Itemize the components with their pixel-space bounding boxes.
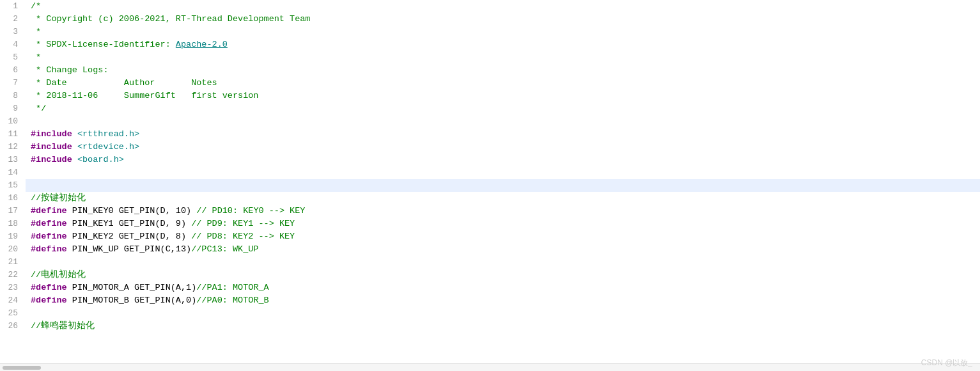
- line-number: 21: [0, 256, 26, 269]
- code-token: #define: [31, 244, 67, 254]
- code-line: 22//电机初始化: [0, 269, 980, 281]
- code-line: 16//按键初始化: [0, 192, 980, 205]
- code-line: 26//蜂鸣器初始化: [0, 320, 980, 333]
- code-token: #include: [31, 142, 72, 152]
- code-token: // PD10: KEY0 --> KEY: [196, 206, 305, 216]
- code-token: #define: [31, 206, 67, 216]
- code-line: 4 * SPDX-License-Identifier: Apache-2.0: [0, 38, 980, 51]
- line-content: * Date Author Notes: [26, 77, 980, 90]
- code-token: <rtthread.h>: [77, 129, 139, 139]
- code-token: //按键初始化: [31, 193, 86, 203]
- code-token: * SPDX-License-Identifier:: [31, 40, 176, 49]
- code-token: #define: [31, 232, 67, 241]
- code-line: 8 * 2018-11-06 SummerGift first version: [0, 90, 980, 102]
- code-token: // PD8: KEY2 --> KEY: [191, 232, 295, 241]
- line-content: [26, 115, 980, 128]
- line-content: #define PIN_MOTOR_B GET_PIN(A,0)//PA0: M…: [26, 294, 980, 307]
- code-line: 21: [0, 256, 980, 269]
- code-line: 13#include <board.h>: [0, 154, 980, 166]
- line-content: #define PIN_WK_UP GET_PIN(C,13)//PC13: W…: [26, 243, 980, 256]
- code-line: 14: [0, 166, 980, 179]
- line-content: /*: [26, 0, 980, 13]
- code-line: 24#define PIN_MOTOR_B GET_PIN(A,0)//PA0:…: [0, 294, 980, 307]
- code-token: #include: [31, 129, 72, 139]
- code-token: *: [31, 52, 41, 62]
- code-token: #define: [31, 283, 67, 292]
- code-token: PIN_WK_UP GET_PIN(C,13): [67, 244, 191, 254]
- code-line: 9 */: [0, 102, 980, 115]
- line-number: 8: [0, 90, 26, 102]
- line-number: 17: [0, 205, 26, 217]
- horizontal-scrollbar[interactable]: [0, 363, 980, 371]
- line-number: 3: [0, 26, 26, 38]
- code-token: * Copyright (c) 2006-2021, RT-Thread Dev…: [31, 14, 310, 24]
- line-content: [26, 307, 980, 320]
- line-content: [26, 256, 980, 269]
- code-token: //电机初始化: [31, 270, 86, 280]
- line-content: */: [26, 102, 980, 115]
- code-token: *: [31, 27, 41, 36]
- line-number: 6: [0, 64, 26, 77]
- line-number: 12: [0, 141, 26, 154]
- line-content: * SPDX-License-Identifier: Apache-2.0: [26, 38, 980, 51]
- line-number: 9: [0, 102, 26, 115]
- line-number: 25: [0, 307, 26, 320]
- code-token: * Date Author Notes: [31, 78, 217, 88]
- code-token: // PD9: KEY1 --> KEY: [191, 219, 295, 228]
- line-content: #define PIN_MOTOR_A GET_PIN(A,1)//PA1: M…: [26, 281, 980, 294]
- line-content: #include <rtthread.h>: [26, 128, 980, 141]
- code-token: //PC13: WK_UP: [191, 244, 258, 254]
- line-content: //电机初始化: [26, 269, 980, 281]
- line-content: [26, 166, 980, 179]
- line-number: 11: [0, 128, 26, 141]
- line-content: * 2018-11-06 SummerGift first version: [26, 90, 980, 102]
- code-lines: 1/*2 * Copyright (c) 2006-2021, RT-Threa…: [0, 0, 980, 363]
- code-token: //蜂鸣器初始化: [31, 321, 95, 331]
- code-line: 18#define PIN_KEY1 GET_PIN(D, 9) // PD9:…: [0, 217, 980, 230]
- code-line: 2 * Copyright (c) 2006-2021, RT-Thread D…: [0, 13, 980, 26]
- line-number: 19: [0, 230, 26, 243]
- code-token: [72, 142, 77, 152]
- code-line: 20#define PIN_WK_UP GET_PIN(C,13)//PC13:…: [0, 243, 980, 256]
- code-token: Apache-2.0: [176, 40, 228, 49]
- code-token: [72, 155, 77, 164]
- line-number: 7: [0, 77, 26, 90]
- code-token: #include: [31, 155, 72, 164]
- line-content: #define PIN_KEY2 GET_PIN(D, 8) // PD8: K…: [26, 230, 980, 243]
- code-token: * Change Logs:: [31, 65, 109, 75]
- line-content: [26, 179, 980, 192]
- code-line: 23#define PIN_MOTOR_A GET_PIN(A,1)//PA1:…: [0, 281, 980, 294]
- code-line: 19#define PIN_KEY2 GET_PIN(D, 8) // PD8:…: [0, 230, 980, 243]
- line-content: #define PIN_KEY0 GET_PIN(D, 10) // PD10:…: [26, 205, 980, 217]
- scrollbar-thumb[interactable]: [3, 366, 41, 370]
- code-line: 17#define PIN_KEY0 GET_PIN(D, 10) // PD1…: [0, 205, 980, 217]
- line-number: 23: [0, 281, 26, 294]
- code-line: 6 * Change Logs:: [0, 64, 980, 77]
- code-token: <rtdevice.h>: [77, 142, 139, 152]
- line-number: 18: [0, 217, 26, 230]
- code-line: 5 *: [0, 51, 980, 64]
- line-number: 14: [0, 166, 26, 179]
- code-line: 3 *: [0, 26, 980, 38]
- line-number: 5: [0, 51, 26, 64]
- line-content: * Copyright (c) 2006-2021, RT-Thread Dev…: [26, 13, 980, 26]
- line-content: #include <rtdevice.h>: [26, 141, 980, 154]
- code-line: 12#include <rtdevice.h>: [0, 141, 980, 154]
- line-number: 10: [0, 115, 26, 128]
- code-token: //PA0: MOTOR_B: [196, 296, 268, 305]
- code-token: [72, 129, 77, 139]
- code-token: * 2018-11-06 SummerGift first version: [31, 91, 258, 100]
- code-token: */: [31, 104, 46, 113]
- code-line: 11#include <rtthread.h>: [0, 128, 980, 141]
- line-number: 20: [0, 243, 26, 256]
- line-number: 24: [0, 294, 26, 307]
- line-number: 1: [0, 0, 26, 13]
- code-token: //PA1: MOTOR_A: [196, 283, 268, 292]
- code-token: PIN_KEY1 GET_PIN(D, 9): [67, 219, 191, 228]
- code-line: 15: [0, 179, 980, 192]
- code-token: <board.h>: [77, 155, 124, 164]
- line-number: 22: [0, 269, 26, 281]
- code-token: PIN_MOTOR_A GET_PIN(A,1): [67, 283, 197, 292]
- code-content: 1/*2 * Copyright (c) 2006-2021, RT-Threa…: [0, 0, 980, 363]
- code-line: 10: [0, 115, 980, 128]
